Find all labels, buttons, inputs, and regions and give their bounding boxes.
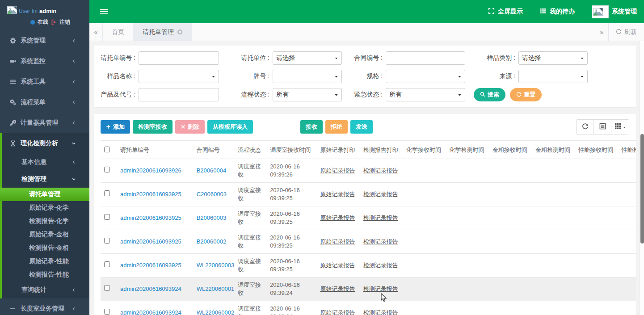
column-header-requisition-no[interactable]: 请托单编号 [117,141,193,159]
receive-button[interactable]: 接收 [300,120,323,134]
row-checkbox[interactable] [104,214,110,220]
online-link[interactable]: 在线 [38,18,48,26]
tab-home[interactable]: 首页 [103,23,134,41]
column-header-metallo-receive-time[interactable]: 金相接收时间 [489,141,532,159]
urgent-status-select[interactable]: 所有 [386,88,465,101]
scrollbar-thumb[interactable] [640,134,644,244]
sidebar-item-inspection-management[interactable]: 检测管理 [0,171,89,188]
requisition-no-link[interactable]: admin20200616093925 [120,191,181,197]
vertical-scrollbar[interactable] [640,41,644,315]
row-checkbox[interactable] [104,167,110,172]
requisition-no-link[interactable]: admin20200616093925 [120,214,181,221]
table-refresh-button[interactable] [577,120,594,134]
product-code-input[interactable] [139,88,219,101]
original-record-report-link[interactable]: 原始记录报告 [320,191,355,197]
requisition-no-link[interactable]: admin20200616093925 [120,262,181,269]
contract-no-link[interactable]: WL220060003 [197,262,234,269]
sidebar-item-system-monitor[interactable]: 系统监控 [0,51,89,71]
tabs-scroll-right-button[interactable]: » [595,23,608,41]
test-record-report-link[interactable]: 检测记录报告 [363,167,398,174]
test-record-report-link[interactable]: 检测记录报告 [363,214,398,221]
my-todos-button[interactable]: 我的待办 [540,8,575,16]
refresh-tab-button[interactable]: 刷新 [608,23,644,41]
sample-category-select[interactable]: 请选择 [518,51,588,65]
sidebar-item-process-menu[interactable]: 流程菜单 [0,92,89,113]
row-checkbox[interactable] [104,238,110,244]
test-record-report-link[interactable]: 检测记录报告 [363,191,398,197]
lab-receive-button[interactable]: 检测室接收 [133,120,173,134]
select-all-checkbox[interactable] [104,147,110,152]
contract-no-link[interactable]: B20060003 [197,214,227,221]
sidebar-item-length-room-business-management[interactable]: 长度室业务管理 [0,298,89,315]
specification-select[interactable] [386,70,465,83]
original-record-report-link[interactable]: 原始记录报告 [320,238,355,245]
original-record-report-link[interactable]: 原始记录报告 [320,214,355,221]
send-button[interactable]: 发送 [350,120,373,134]
contract-no-link[interactable]: C20060003 [197,191,227,197]
requisition-no-link[interactable]: admin20200616093926 [120,167,181,174]
sidebar-item-system-management[interactable]: 系统管理 [0,30,89,51]
flow-status-select[interactable]: 所有 [273,88,342,101]
client-unit-select[interactable]: 请选择 [273,51,342,65]
sidebar-item-raw-record-performance[interactable]: 原始记录-性能 [0,255,89,268]
sidebar-item-test-report-chemical[interactable]: 检测报告-化学 [0,214,89,228]
columns-button[interactable] [611,120,629,134]
test-record-report-link[interactable]: 检测记录报告 [363,238,398,245]
sidebar-item-test-report-performance[interactable]: 检测报告-性能 [0,268,89,281]
load-from-template-button[interactable]: 从模板库读入 [207,120,253,134]
test-record-report-link[interactable]: 检测记录报告 [363,309,398,315]
sample-name-select[interactable] [139,70,219,83]
delete-button[interactable]: 删除 [175,120,205,134]
sidebar-item-test-report-metallographic[interactable]: 检测报告-金相 [0,241,89,255]
sidebar-toggle-button[interactable] [100,7,112,17]
contract-no-link[interactable]: B20060004 [197,167,227,174]
contract-no-link[interactable]: B20060002 [197,238,227,245]
tabs-scroll-left-button[interactable]: « [89,23,103,41]
column-header-perf-test-time[interactable]: 性能检测时间 [618,141,636,159]
column-header-test-report-print[interactable]: 检测报告打印 [360,141,403,159]
sidebar-item-physicochemical-analysis[interactable]: 理化检测分析 [0,133,89,154]
column-header-raw-record-print[interactable]: 原始记录打印 [316,141,359,159]
fullscreen-button[interactable]: 全屏显示 [488,8,523,16]
sidebar-item-measuring-instrument-management[interactable]: 计量器具管理 [0,113,89,133]
brand-no-select[interactable] [273,70,342,83]
column-header-chem-receive-time[interactable]: 化学接收时间 [403,141,446,159]
row-checkbox[interactable] [104,285,110,291]
close-tab-icon[interactable] [177,29,183,35]
sidebar-item-raw-record-metallographic[interactable]: 原始记录-金相 [0,228,89,241]
sidebar-item-requisition-management[interactable]: 请托单管理 [0,188,89,201]
sidebar-item-query-statistics[interactable]: 查询统计 [0,281,89,298]
sidebar-item-system-tools[interactable]: 系统工具 [0,71,89,92]
source-select[interactable] [518,70,588,83]
row-checkbox[interactable] [104,190,110,196]
search-button[interactable]: 搜索 [474,88,505,101]
reject-button[interactable]: 拒绝 [325,120,348,134]
system-management-button[interactable]: 系统管理 [592,5,637,18]
toggle-view-button[interactable] [594,120,611,134]
column-header-contract-no[interactable]: 合同编号 [193,141,234,159]
original-record-report-link[interactable]: 原始记录报告 [320,167,355,174]
column-header-perf-receive-time[interactable]: 性能接收时间 [575,141,618,159]
requisition-no-input[interactable] [139,51,219,65]
requisition-no-link[interactable]: admin20200616093924 [120,309,181,315]
tab-requisition-management[interactable]: 请托单管理 [134,23,192,41]
column-header-dispatch-receive-time[interactable]: 调度室接收时间 [266,141,316,159]
test-record-report-link[interactable]: 检测记录报告 [363,286,398,292]
row-checkbox[interactable] [104,261,110,267]
sidebar-item-raw-record-chemical[interactable]: 原始记录-化学 [0,201,89,214]
original-record-report-link[interactable]: 原始记录报告 [320,262,355,269]
logout-link[interactable]: 注销 [59,18,70,26]
requisition-no-link[interactable]: admin20200616093924 [120,286,181,292]
requisition-no-link[interactable]: admin20200616093925 [120,238,181,245]
original-record-report-link[interactable]: 原始记录报告 [320,286,355,292]
original-record-report-link[interactable]: 原始记录报告 [320,309,355,315]
contract-no-link[interactable]: WL220060002 [197,309,234,315]
column-header-flow-status[interactable]: 流程状态 [234,141,266,159]
reset-button[interactable]: 重置 [510,88,542,101]
test-record-report-link[interactable]: 检测记录报告 [363,262,398,269]
add-button[interactable]: 添加 [101,120,130,134]
column-header-metallo-test-time[interactable]: 金相检测时间 [532,141,575,159]
sidebar-item-basic-info[interactable]: 基本信息 [0,154,89,171]
contract-no-input[interactable] [386,51,465,65]
column-header-chem-test-time[interactable]: 化学检测时间 [446,141,488,159]
